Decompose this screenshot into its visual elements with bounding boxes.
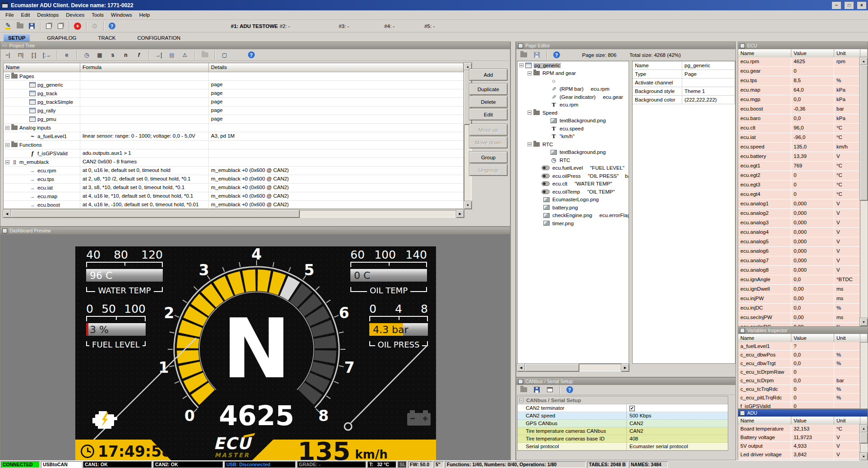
column-header-formula[interactable]: Formula [80,63,209,72]
canbus-window-button[interactable] [544,385,555,395]
channel-row[interactable]: ecu.tps 8,5 % [738,76,861,86]
table-row[interactable]: pg_rally page [4,107,464,115]
add-export-button[interactable]: →[ [153,50,164,60]
add-table-button[interactable]: ▦ [94,50,105,60]
channel-row[interactable]: ecu.analog4 0,000 V [738,228,861,237]
main-tab[interactable]: GRAPHLOG [42,34,81,42]
table-row[interactable]: Functions [4,141,464,149]
table-row[interactable]: Analog inputs [4,124,464,132]
page-tree-item[interactable]: (RPM bar) ecu.rpm [518,85,629,93]
channel-row[interactable]: ecu.egt3 0 °C [738,181,861,190]
add-document-button[interactable]: ▢ [219,50,230,60]
page-tree-item[interactable]: ecu.oilTemp "OIL TEMP" [518,188,629,196]
page-tree-item[interactable]: EcumasterLogo.png [518,196,629,204]
channel-row[interactable]: ecu.analog1 0,000 V [738,199,861,209]
channel-row[interactable]: ecu.analog2 0,000 V [738,209,861,218]
add-function-button[interactable]: f [133,50,144,60]
table-row[interactable]: pg_track page [4,89,464,98]
table-row[interactable]: a_fuelLevel1 linear sensor: range: 0 - 1… [4,132,464,141]
main-tab[interactable]: SETUP [4,34,30,42]
page-tree-item[interactable]: ecu.speed [518,125,629,133]
expand-toggle[interactable] [528,71,532,75]
adu-row[interactable]: 5V output 4,933 V [738,442,861,450]
expand-toggle[interactable] [519,398,524,402]
add-enum-button[interactable]: e [61,50,72,60]
channel-row[interactable]: ecu.analog6 0,000 V [738,247,861,256]
menu-item[interactable]: Tools [88,11,107,19]
add-group-button[interactable] [199,50,210,60]
scroll-down-icon[interactable]: ▼ [860,318,868,326]
scroll-down-icon[interactable]: ▼ [464,201,472,209]
hscroll-thumb[interactable] [11,210,299,218]
add-timer-button[interactable]: ◷ [81,50,92,60]
scroll-left-icon[interactable]: ◀ [3,210,11,218]
expand-toggle[interactable] [528,142,532,146]
expand-toggle[interactable] [5,74,9,79]
variable-row[interactable]: a_fuelLevel1 ? [738,342,861,351]
channel-row[interactable]: ecu.map 64,0 kPa [738,86,861,95]
ecu-vscrollbar[interactable]: ▲ ▼ [860,57,868,326]
property-row[interactable]: Background style Theme 1 [633,87,735,96]
expand-toggle[interactable] [5,160,9,164]
page-tree-hscrollbar[interactable]: ◀ ▶ [517,364,629,371]
paste-config-button[interactable] [55,21,66,31]
page-tree-item[interactable]: (Gear indicator) ecu.gear [518,93,629,101]
expand-toggle[interactable] [519,63,524,67]
page-save-button[interactable] [531,50,542,60]
adu-row[interactable]: Board temperature 32,153 °C [738,425,861,433]
add-switch-button[interactable]: s [107,50,118,60]
main-tab[interactable]: TRACK [94,34,120,42]
add-canbus-frame-button[interactable]: [:] [28,50,39,60]
table-row[interactable]: pg_pmu page [4,115,464,124]
table-row[interactable]: pg_generic page [4,81,464,89]
table-row[interactable]: pg_trackSimple page [4,98,464,107]
channel-row[interactable]: ecu.analog3 0,000 V [738,218,861,228]
channel-row[interactable]: ecu.ignAngle 0,0 °BTDC [738,275,861,285]
canbus-open-button[interactable] [518,385,529,395]
table-row[interactable]: ecu.iat at 3, s8, *10, default set 0, ti… [4,184,464,192]
settings-button[interactable]: ⚙ [89,21,100,31]
table-row[interactable]: m_emublack CAN2 0x600 - 8 frames [4,158,464,167]
canbus-section-header[interactable]: CANbus / Serial Setup [518,396,728,404]
menu-item[interactable]: File [2,11,18,19]
menu-item[interactable]: Desktops [33,11,62,19]
setting-row[interactable]: CAN2 terminator ✔ [518,404,728,412]
vscroll-thumb[interactable] [860,432,868,443]
page-tree-item[interactable]: ecu.clt "WATER TEMP" [518,180,629,188]
scroll-right-icon[interactable]: ▶ [621,364,629,371]
variable-row[interactable]: c_ecu_tcDrpm 0,0 bar [738,376,861,385]
table-row[interactable]: ecu.map at 4, u16 le, *10, default set 0… [4,192,464,201]
channel-row[interactable]: ecu.gear 0 [738,67,861,76]
channel-row[interactable]: ecu.egt4 0 °C [738,190,861,199]
setting-row[interactable]: Tire temperature cameras base ID 408 [518,435,728,443]
checkbox[interactable]: ✔ [629,406,635,411]
adu-row[interactable]: Led driver voltage 3,842 V [738,450,861,459]
property-row[interactable]: Background color (222,222,222) [633,96,735,104]
channel-row[interactable]: ecu.ignDwell 0,00 ms [738,285,861,294]
column-header-name[interactable]: Name [738,49,791,58]
page-tree-item[interactable] [518,77,629,85]
setting-row[interactable]: Serial protocol Ecumaster serial protoco… [518,443,728,450]
add-device-button[interactable]: + [72,21,83,31]
channel-row[interactable]: ecu.egt2 0 °C [738,171,861,181]
hscroll-thumb[interactable] [525,364,579,371]
channel-row[interactable]: ecu.boost -0,36 bar [738,105,861,114]
page-tree-item[interactable]: textBackground.png [518,117,629,125]
table-row[interactable]: ecu.rpm at 0, u16 le, default set 0, tim… [4,167,464,175]
page-open-button[interactable] [518,50,529,60]
scroll-down-icon[interactable]: ▼ [860,453,868,460]
canbus-help-button[interactable]: ? [564,385,575,395]
page-tree-item[interactable]: Speed [518,109,629,117]
channel-row[interactable]: ecu.egt1 769 °C [738,162,861,171]
column-header-value[interactable]: Value [791,49,834,58]
device-slot[interactable]: #5: - [424,23,435,29]
tree-action-button[interactable]: Duplicate [469,83,507,95]
add-alarm-button[interactable]: ⚠ [179,50,190,60]
channel-row[interactable]: ecu.analog5 0,000 V [738,237,861,247]
expand-toggle[interactable] [528,111,532,115]
main-tab[interactable]: CONFIGURATION [133,34,185,42]
variable-row[interactable]: c_ecu_dbwTrgt 0,0 % [738,359,861,368]
property-row[interactable]: Type Page [633,70,735,79]
page-tree-item[interactable]: ecu.oilPress "OIL PRESS" battery [518,172,629,180]
variables-vscrollbar[interactable] [860,342,868,408]
